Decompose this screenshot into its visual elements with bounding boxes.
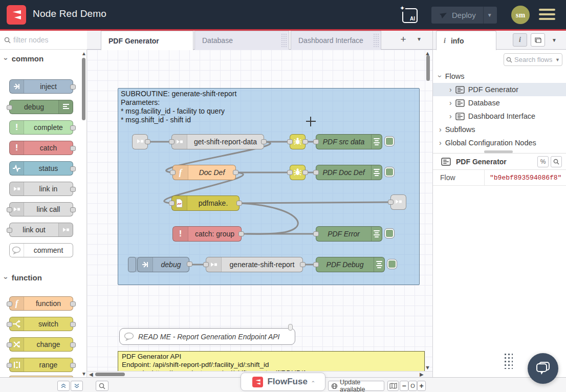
tab-list-caret[interactable]: ▼ (417, 36, 422, 42)
palette-node-function[interactable]: f function (9, 296, 73, 311)
palette-collapse-button[interactable] (57, 381, 70, 391)
input-port[interactable] (7, 322, 12, 327)
input-port[interactable] (7, 105, 12, 110)
scroll-left-icon[interactable]: ◀ (89, 372, 93, 377)
divider-grip[interactable] (484, 150, 513, 153)
output-port[interactable] (70, 166, 76, 171)
input-port[interactable] (170, 170, 176, 175)
chat-widget-button[interactable] (528, 353, 558, 384)
output-port[interactable] (70, 125, 76, 130)
debug-toggle-button[interactable] (385, 137, 394, 146)
zoom-reset-button[interactable]: O (408, 381, 417, 391)
debug-toggle-button[interactable] (387, 259, 397, 269)
node-get-shift-report-data[interactable]: get-shift-report-data (171, 134, 264, 149)
input-port[interactable] (169, 139, 175, 144)
node-pdfmake[interactable]: pdfmake. (171, 195, 240, 211)
node-doc-def[interactable]: f Doc Def (172, 165, 236, 180)
output-port[interactable] (70, 146, 76, 151)
tab-pdf-generator[interactable]: PDF Generator (101, 31, 193, 50)
input-port[interactable] (7, 342, 12, 347)
scroll-up-icon[interactable]: ▲ (81, 51, 86, 56)
palette-filter[interactable]: filter nodes (0, 31, 87, 50)
tree-item-dashboard-interface[interactable]: › Dashboard Interface (433, 110, 566, 123)
palette-node-link-out[interactable]: link out (9, 223, 73, 237)
palette-node-range[interactable]: range (9, 358, 73, 372)
input-port[interactable] (7, 301, 12, 307)
palette-node-link-call[interactable]: link call (9, 202, 73, 216)
output-port[interactable] (238, 231, 244, 236)
node-link-out[interactable] (390, 194, 406, 210)
palette-expand-button[interactable] (71, 381, 83, 391)
zoom-in-button[interactable]: + (417, 381, 426, 391)
input-port[interactable] (313, 139, 319, 144)
copy-link-button[interactable]: % (537, 156, 549, 167)
palette-scrollbar-thumb[interactable] (82, 58, 85, 120)
node-debug-junction[interactable] (290, 134, 306, 149)
input-port[interactable] (287, 170, 293, 175)
input-port[interactable] (313, 170, 319, 175)
sidebar-menu-caret[interactable]: ▼ (552, 37, 557, 43)
deploy-dropdown-caret[interactable]: ▼ (484, 12, 496, 18)
output-port[interactable] (70, 84, 76, 90)
palette-category-common[interactable]: › common (5, 54, 43, 63)
debug-toggle-button[interactable] (385, 167, 394, 177)
palette-node-switch[interactable]: switch (9, 317, 73, 331)
output-port[interactable] (233, 170, 238, 175)
update-available-button[interactable]: Update available (328, 381, 384, 391)
node-pdf-error[interactable]: PDF Error (316, 226, 382, 242)
output-port[interactable] (302, 170, 308, 175)
input-port[interactable] (287, 139, 293, 144)
node-debug-junction[interactable] (290, 165, 306, 180)
output-port[interactable] (70, 207, 76, 212)
input-port[interactable] (388, 200, 394, 205)
palette-node-inject[interactable]: inject (9, 79, 73, 94)
canvas-vscrollbar-thumb[interactable] (426, 55, 430, 81)
tree-item-flows[interactable]: › Flows (433, 70, 566, 83)
sidebar-help-button[interactable] (531, 33, 545, 47)
widget-drag-dots[interactable] (504, 353, 513, 369)
node-generate-shift-report[interactable]: generate-shift-report (206, 257, 303, 272)
input-port[interactable] (313, 231, 319, 236)
ai-assistant-button[interactable]: ✦ AI (402, 8, 418, 23)
node-inject-debug[interactable]: debug (128, 257, 189, 272)
search-node-button[interactable] (551, 156, 562, 167)
output-port[interactable] (70, 301, 76, 307)
debug-toggle-button[interactable] (385, 229, 394, 238)
output-port[interactable] (300, 262, 306, 267)
scroll-down-icon[interactable]: ▼ (81, 371, 86, 377)
output-port[interactable] (145, 139, 150, 144)
flow-canvas[interactable]: SUBROUTINE: generate-shift-report Parame… (87, 50, 432, 377)
deploy-button[interactable]: Deploy ▼ (431, 7, 497, 24)
node-pdf-doc-def[interactable]: PDF Doc Def (316, 165, 382, 180)
tree-item-pdf-generator[interactable]: › PDF Generator (433, 83, 566, 96)
flowfuse-panel-button[interactable]: FlowFuse › (241, 373, 325, 391)
output-port[interactable] (70, 363, 76, 368)
tree-item-database[interactable]: › Database (433, 96, 566, 110)
node-pdf-debug[interactable]: PDF Debug (316, 257, 385, 272)
main-menu-icon[interactable] (539, 9, 555, 23)
output-port[interactable] (70, 322, 76, 327)
node-catch-group[interactable]: ! catch: group (172, 226, 242, 242)
palette-category-function[interactable]: › function (5, 273, 42, 282)
node-link-in[interactable] (132, 134, 148, 149)
sidebar-tab-info[interactable]: i info (436, 31, 496, 50)
add-tab-button[interactable]: + (396, 34, 410, 46)
input-port[interactable] (169, 201, 175, 206)
palette-node-complete[interactable]: ! complete (9, 120, 73, 135)
zoom-out-button[interactable]: − (400, 381, 408, 391)
sidebar-info-button[interactable]: i (513, 33, 527, 47)
palette-node-status[interactable]: status (9, 161, 73, 176)
input-port[interactable] (7, 228, 12, 233)
tree-item-global-config[interactable]: › Global Configuration Nodes (433, 136, 566, 149)
canvas-hscrollbar-thumb[interactable] (95, 373, 125, 376)
navigator-button[interactable] (387, 381, 399, 391)
search-flows-input[interactable]: Search flows ▼ (504, 53, 562, 66)
output-port[interactable] (70, 187, 76, 192)
inject-button[interactable] (128, 257, 136, 272)
input-port[interactable] (7, 363, 12, 368)
output-port[interactable] (70, 342, 76, 347)
input-port[interactable] (313, 262, 319, 267)
input-port[interactable] (203, 262, 209, 267)
palette-node-change[interactable]: change (9, 337, 73, 352)
scroll-right-icon[interactable]: ▶ (420, 372, 424, 377)
